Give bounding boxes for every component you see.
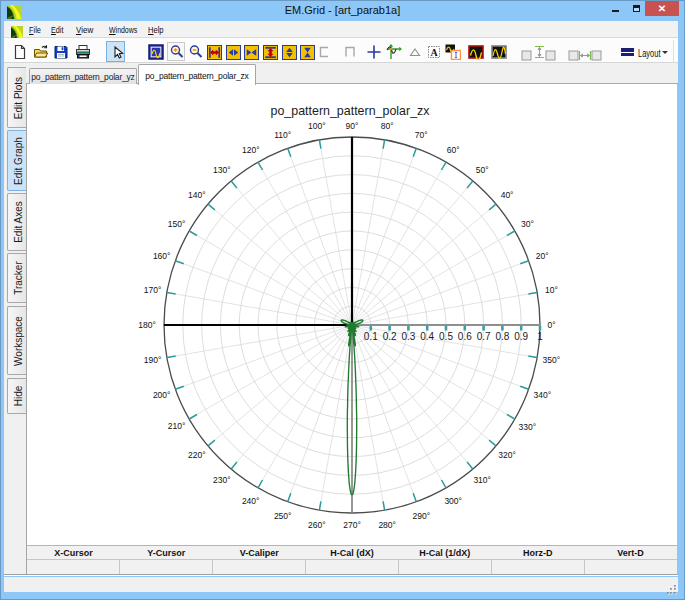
svg-text:0.4: 0.4 bbox=[420, 331, 434, 342]
svg-text:350°: 350° bbox=[543, 355, 561, 365]
svg-text:10°: 10° bbox=[545, 285, 558, 295]
svg-text:100°: 100° bbox=[308, 121, 326, 131]
svg-text:180°: 180° bbox=[138, 320, 156, 330]
svg-text:0.9: 0.9 bbox=[514, 331, 528, 342]
svg-text:A: A bbox=[430, 47, 438, 58]
svg-text:0.5: 0.5 bbox=[439, 331, 453, 342]
svg-text:0.7: 0.7 bbox=[477, 331, 491, 342]
svg-text:110°: 110° bbox=[274, 130, 291, 140]
svg-text:150°: 150° bbox=[168, 219, 186, 229]
svg-text:1: 1 bbox=[537, 331, 543, 342]
svg-text:230°: 230° bbox=[213, 475, 231, 485]
svg-text:0°: 0° bbox=[547, 320, 555, 330]
svg-text:260°: 260° bbox=[308, 520, 326, 530]
svg-text:0.8: 0.8 bbox=[495, 331, 509, 342]
svg-text:210°: 210° bbox=[168, 421, 186, 431]
svg-text:280°: 280° bbox=[378, 520, 396, 530]
svg-text:330°: 330° bbox=[519, 422, 537, 432]
svg-text:220°: 220° bbox=[188, 450, 206, 460]
svg-text:20°: 20° bbox=[536, 251, 549, 261]
svg-text:320°: 320° bbox=[498, 450, 516, 460]
svg-text:90°: 90° bbox=[346, 121, 359, 131]
svg-text:170°: 170° bbox=[144, 285, 162, 295]
svg-text:50°: 50° bbox=[476, 165, 489, 175]
svg-text:200°: 200° bbox=[153, 390, 171, 400]
svg-text:0.1: 0.1 bbox=[364, 331, 378, 342]
svg-text:160°: 160° bbox=[153, 251, 171, 261]
svg-text:270°: 270° bbox=[343, 520, 361, 530]
svg-text:340°: 340° bbox=[534, 390, 552, 400]
svg-text:0.6: 0.6 bbox=[458, 331, 472, 342]
svg-text:310°: 310° bbox=[473, 475, 491, 485]
svg-text:190°: 190° bbox=[144, 355, 162, 365]
svg-text:70°: 70° bbox=[415, 130, 428, 140]
svg-text:250°: 250° bbox=[274, 511, 292, 521]
svg-text:290°: 290° bbox=[413, 511, 431, 521]
svg-text:40°: 40° bbox=[501, 190, 514, 200]
svg-text:po_pattern_pattern_polar_zx: po_pattern_pattern_polar_zx bbox=[271, 103, 430, 118]
svg-text:130°: 130° bbox=[213, 165, 231, 175]
svg-text:120°: 120° bbox=[242, 145, 260, 155]
svg-text:80°: 80° bbox=[381, 121, 394, 131]
svg-text:30°: 30° bbox=[521, 219, 534, 229]
svg-text:240°: 240° bbox=[242, 496, 260, 506]
svg-text:300°: 300° bbox=[444, 496, 462, 506]
svg-text:140°: 140° bbox=[188, 190, 206, 200]
svg-text:60°: 60° bbox=[447, 145, 460, 155]
svg-text:0.2: 0.2 bbox=[383, 331, 397, 342]
svg-text:0.3: 0.3 bbox=[401, 331, 415, 342]
